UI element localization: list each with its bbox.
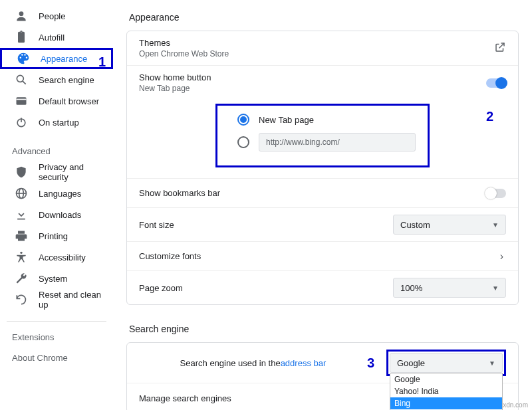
settings-sidebar: People Autofill Appearance Search engine… <box>0 0 113 410</box>
custom-url-input[interactable] <box>259 133 416 152</box>
svg-point-0 <box>19 11 24 16</box>
sidebar-advanced-heading: Advanced <box>0 133 113 161</box>
sidebar-about-chrome[interactable]: About Chrome <box>0 348 113 368</box>
annotation-2: 2 <box>486 109 493 124</box>
printer-icon <box>15 229 28 243</box>
person-icon <box>15 9 28 23</box>
sidebar-item-label: Appearance <box>41 54 87 64</box>
radio-custom-url[interactable] <box>237 131 416 154</box>
svg-line-2 <box>23 81 26 84</box>
search-engine-selected: Google <box>397 358 425 368</box>
font-size-row: Font size Custom ▼ <box>127 208 518 242</box>
sidebar-item-printing[interactable]: Printing <box>0 225 113 247</box>
svg-point-11 <box>20 252 22 254</box>
clipboard-icon <box>15 31 28 44</box>
sidebar-item-label: Autofill <box>39 33 65 43</box>
search-engine-heading: Search engine <box>129 324 519 334</box>
sidebar-item-label: Search engine <box>39 75 94 85</box>
show-home-button-label: Show home button <box>139 72 486 82</box>
radio-icon <box>237 136 249 148</box>
font-size-value: Custom <box>400 220 430 230</box>
show-home-button-sublabel: New Tab page <box>139 84 486 93</box>
sidebar-item-label: Reset and clean up <box>39 290 113 310</box>
search-engine-select[interactable]: Google ▼ <box>390 353 503 373</box>
restore-icon <box>15 293 28 306</box>
chevron-down-icon: ▼ <box>492 221 499 229</box>
sidebar-item-autofill[interactable]: Autofill <box>0 27 113 48</box>
dropdown-option-yahoo[interactable]: Yahoo! India <box>390 385 502 397</box>
page-zoom-value: 100% <box>400 283 422 293</box>
show-bookmarks-bar-label: Show bookmarks bar <box>139 188 486 198</box>
radio-icon <box>237 114 249 126</box>
sidebar-item-on-startup[interactable]: On startup <box>0 112 113 133</box>
font-size-select[interactable]: Custom ▼ <box>393 215 506 235</box>
dropdown-option-bing[interactable]: Bing <box>390 397 502 409</box>
palette-icon <box>17 52 30 65</box>
address-bar-link[interactable]: address bar <box>281 358 327 368</box>
sidebar-item-label: On startup <box>39 118 79 128</box>
search-engine-card: Search engine used in the address bar 3 … <box>126 342 519 410</box>
sidebar-item-label: Printing <box>39 231 68 241</box>
dropdown-option-google[interactable]: Google <box>390 373 502 385</box>
external-link-icon <box>494 41 506 55</box>
themes-row[interactable]: Themes Open Chrome Web Store <box>127 31 518 66</box>
sidebar-item-label: Languages <box>39 189 81 199</box>
page-zoom-row: Page zoom 100% ▼ <box>127 271 518 304</box>
sidebar-extensions[interactable]: Extensions <box>0 327 113 348</box>
show-bookmarks-bar-toggle[interactable] <box>486 189 506 198</box>
themes-sublabel: Open Chrome Web Store <box>139 49 494 58</box>
search-engine-select-wrapper: Google ▼ Google Yahoo! India Bing DuckDu… <box>386 350 506 376</box>
customize-fonts-label: Customize fonts <box>139 251 500 261</box>
sidebar-item-label: Downloads <box>39 210 81 220</box>
sidebar-item-label: Accessibility <box>39 253 86 262</box>
radio-new-tab-label: New Tab page <box>259 115 314 125</box>
sidebar-item-label: Privacy and security <box>39 162 113 182</box>
sidebar-item-people[interactable]: People <box>0 5 113 27</box>
browser-icon <box>15 94 28 108</box>
sidebar-item-accessibility[interactable]: Accessibility <box>0 247 113 268</box>
power-icon <box>15 116 28 129</box>
download-icon <box>15 208 28 221</box>
search-engine-used-label: Search engine used in the <box>180 358 281 368</box>
show-bookmarks-bar-row: Show bookmarks bar <box>127 179 518 208</box>
sidebar-item-label: Default browser <box>39 96 99 106</box>
settings-main: Appearance Themes Open Chrome Web Store … <box>113 0 532 410</box>
annotation-3: 3 <box>367 356 374 371</box>
show-home-button-row: Show home button New Tab page <box>127 66 518 100</box>
globe-icon <box>15 187 28 200</box>
appearance-heading: Appearance <box>129 12 519 23</box>
appearance-card: Themes Open Chrome Web Store Show home b… <box>126 31 519 305</box>
annotation-1: 1 <box>98 54 106 70</box>
sidebar-item-search-engine[interactable]: Search engine <box>0 69 113 90</box>
sidebar-item-languages[interactable]: Languages <box>0 183 113 204</box>
page-zoom-label: Page zoom <box>139 283 393 293</box>
customize-fonts-row[interactable]: Customize fonts › <box>127 242 518 271</box>
sidebar-divider <box>7 321 106 322</box>
svg-point-1 <box>17 75 23 82</box>
home-button-radio-group: New Tab page <box>215 104 430 167</box>
themes-label: Themes <box>139 38 494 48</box>
sidebar-item-appearance[interactable]: Appearance <box>0 48 113 69</box>
wrench-icon <box>15 272 28 285</box>
search-icon <box>15 73 28 86</box>
shield-icon <box>15 165 28 179</box>
chevron-down-icon: ▼ <box>492 284 499 292</box>
sidebar-item-reset[interactable]: Reset and clean up <box>0 289 113 310</box>
sidebar-item-system[interactable]: System <box>0 268 113 289</box>
search-engine-used-row: Search engine used in the address bar 3 … <box>127 343 518 383</box>
radio-new-tab-page[interactable]: New Tab page <box>237 108 416 131</box>
search-engine-dropdown: Google Yahoo! India Bing DuckDuckGo <box>390 373 503 410</box>
font-size-label: Font size <box>139 220 393 230</box>
show-home-button-toggle[interactable] <box>486 78 506 88</box>
sidebar-item-downloads[interactable]: Downloads <box>0 204 113 225</box>
sidebar-item-label: People <box>39 11 65 21</box>
sidebar-item-default-browser[interactable]: Default browser <box>0 90 113 112</box>
chevron-right-icon: › <box>500 251 506 262</box>
chevron-down-icon: ▼ <box>489 359 495 367</box>
accessibility-icon <box>15 251 28 264</box>
sidebar-item-privacy[interactable]: Privacy and security <box>0 161 113 183</box>
sidebar-item-label: System <box>39 274 67 284</box>
page-zoom-select[interactable]: 100% ▼ <box>393 278 506 298</box>
